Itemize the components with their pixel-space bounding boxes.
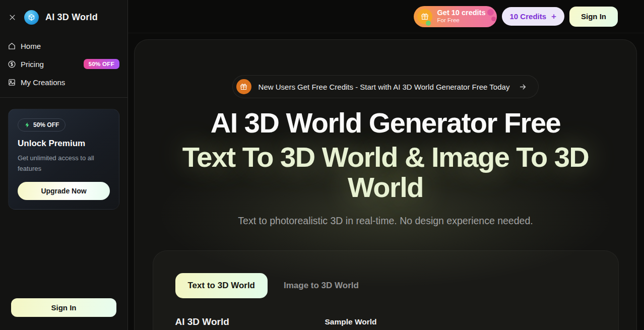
home-icon — [7, 41, 16, 50]
premium-promo-card: 50% OFF Unlock Premium Get unlimited acc… — [8, 109, 119, 210]
upgrade-now-button[interactable]: Upgrade Now — [18, 182, 110, 200]
hero-subtitle-highlight: Text To 3D World & Image To 3D World — [164, 142, 607, 203]
generator-card: Text to 3D World Image to 3D World AI 3D… — [153, 250, 619, 330]
get-credits-subtitle: For Free — [437, 17, 460, 24]
discount-badge-label: 50% OFF — [33, 121, 59, 128]
close-icon[interactable] — [7, 12, 18, 23]
decor-dot — [426, 21, 431, 26]
image-icon — [7, 78, 16, 87]
sidebar-nav: Home Pricing 50% OFF My Creations — [0, 36, 127, 91]
hero-section: AI 3D World Generator Free Text To 3D Wo… — [135, 109, 636, 227]
tab-text-to-3d-world[interactable]: Text to 3D World — [175, 273, 268, 298]
promo-description: Get unlimited access to all features — [18, 153, 98, 174]
sample-world-label: Sample World — [325, 316, 377, 326]
pricing-discount-badge: 50% OFF — [84, 59, 119, 69]
generator-tabs: Text to 3D World Image to 3D World — [175, 273, 594, 298]
get-free-credits-button[interactable]: Get 10 credits For Free — [414, 6, 497, 27]
discount-badge: 50% OFF — [18, 118, 66, 131]
header-sign-in-button[interactable]: Sign In — [569, 7, 618, 27]
lightning-bolt-icon — [24, 122, 30, 128]
credits-balance-button[interactable]: 10 Credits + — [502, 7, 564, 26]
arrow-right-icon — [519, 83, 527, 91]
plus-icon: + — [551, 12, 556, 22]
pricing-dollar-icon — [7, 59, 16, 69]
sidebar-divider — [0, 97, 127, 98]
generator-labels: AI 3D World Sample World — [175, 316, 594, 327]
hero-tagline: Text to photorealistic 3D in real-time. … — [135, 215, 636, 227]
banner-row: New Users Get Free Credits - Start with … — [135, 75, 636, 98]
sidebar-spacer — [0, 210, 127, 298]
banner-text: New Users Get Free Credits - Start with … — [259, 83, 510, 91]
sidebar-item-my-creations[interactable]: My Creations — [0, 73, 127, 91]
main-panel: New Users Get Free Credits - Start with … — [134, 39, 637, 330]
hero-title: AI 3D World Generator Free — [135, 109, 636, 137]
form-section-label: AI 3D World — [175, 316, 325, 327]
sidebar-item-label: Home — [21, 42, 41, 50]
sidebar-header: AI 3D World — [0, 0, 127, 36]
free-credits-banner[interactable]: New Users Get Free Credits - Start with … — [232, 75, 539, 98]
get-credits-text: Get 10 credits For Free — [437, 9, 486, 24]
app-title: AI 3D World — [45, 12, 98, 23]
sidebar-sign-in-button[interactable]: Sign In — [11, 298, 116, 317]
gift-icon — [236, 79, 251, 94]
sidebar: AI 3D World Home Pricing 50% OFF My Crea… — [0, 0, 128, 330]
decor-dot — [491, 17, 496, 21]
sidebar-item-label: Pricing — [21, 60, 44, 69]
sidebar-item-label: My Creations — [21, 78, 65, 87]
top-header: Get 10 credits For Free 10 Credits + Sig… — [128, 0, 644, 33]
promo-title: Unlock Premium — [18, 139, 110, 149]
tab-image-to-3d-world[interactable]: Image to 3D World — [268, 273, 375, 298]
get-credits-title: Get 10 credits — [437, 9, 486, 17]
sidebar-item-home[interactable]: Home — [0, 37, 127, 55]
app-logo-cube-icon — [24, 10, 39, 25]
decor-dot — [487, 9, 494, 16]
credits-balance-label: 10 Credits — [510, 12, 547, 21]
sidebar-item-pricing[interactable]: Pricing 50% OFF — [0, 55, 127, 73]
